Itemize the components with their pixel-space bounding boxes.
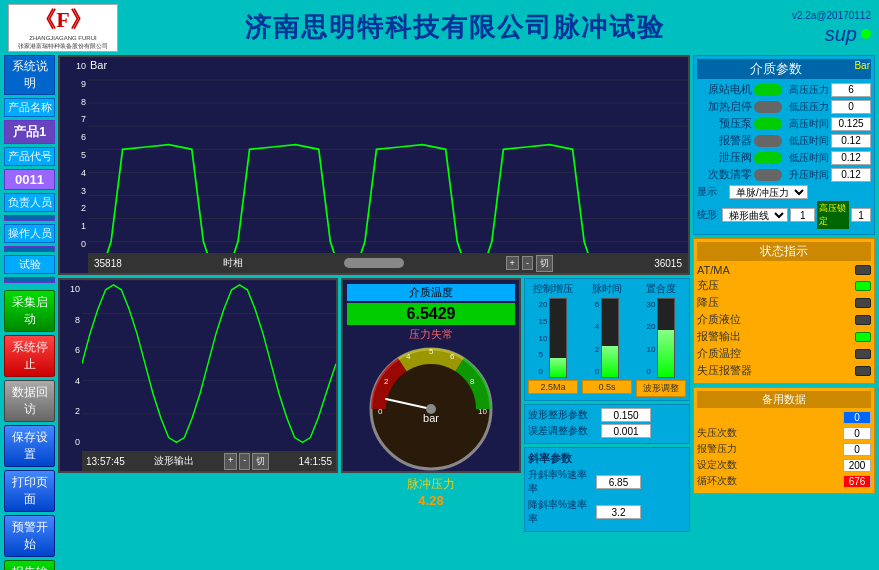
- ctrl-btn-2[interactable]: 0.5s: [582, 380, 632, 394]
- sup-label: sup: [825, 23, 857, 46]
- zoom-out-btn[interactable]: -: [522, 256, 533, 270]
- status-title: 状态指示: [697, 242, 871, 261]
- bottom-x-label: 波形输出: [154, 454, 194, 468]
- pdf-button[interactable]: 报告输出PDF: [4, 560, 55, 570]
- param-label-6: 次数清零: [697, 167, 752, 182]
- status-led-atma: [855, 265, 871, 275]
- test-label: 试验: [4, 255, 55, 274]
- control-panel: 控制增压 20 15 10 5 0: [524, 278, 690, 401]
- mode-row: 显示 单脉/冲压力: [697, 185, 871, 199]
- param-input-3[interactable]: [831, 117, 871, 131]
- toggle-6[interactable]: [754, 169, 782, 181]
- pulse-pressure-label: 脉冲压力: [407, 476, 455, 493]
- curve-select[interactable]: 梯形曲线: [722, 208, 788, 222]
- bottom-view[interactable]: 切: [252, 453, 269, 470]
- chart-toolbar: + - 切: [506, 255, 553, 272]
- x-end-label: 36015: [654, 258, 682, 269]
- top-chart-y-axis: 10 9 8 7 6 5 4 3 2 1 0: [60, 57, 88, 253]
- svg-text:0: 0: [378, 407, 383, 416]
- x-axis-label: 时相: [223, 256, 243, 270]
- status-row-pressure-alarm: 失压报警器: [697, 363, 871, 378]
- ctrl-btn-3[interactable]: 波形调整: [636, 380, 686, 397]
- right-data-label-1: 失压次数: [697, 426, 841, 440]
- slope-input-2[interactable]: [596, 505, 641, 519]
- right-data-label-3: 设定次数: [697, 458, 841, 472]
- bar-scale-1: 20 15 10 5 0: [539, 298, 548, 378]
- right-data-row-4: 循环次数 676: [697, 474, 871, 488]
- svg-text:10: 10: [478, 407, 487, 416]
- param-sub-3: 高压时间: [784, 117, 829, 131]
- operator-label: 操作人员: [4, 224, 55, 243]
- curve-row: 统形 梯形曲线 高压锁定: [697, 201, 871, 229]
- ctrl-btn-1[interactable]: 2.5Ma: [528, 380, 578, 394]
- control-col-1: 控制增压 20 15 10 5 0: [528, 282, 578, 397]
- toggle-3[interactable]: [754, 118, 782, 130]
- view-btn[interactable]: 切: [536, 255, 553, 272]
- mode-select[interactable]: 单脉/冲压力: [729, 185, 808, 199]
- param-sub-2: 低压压力: [784, 100, 829, 114]
- param-row-4: 报警器 低压时间: [697, 133, 871, 148]
- save-button[interactable]: 保存设置: [4, 425, 55, 467]
- zoom-in-btn[interactable]: +: [506, 256, 519, 270]
- gauge-svg: bar 0 2 4 5 6 8 10: [366, 344, 496, 474]
- bottom-zoom-out[interactable]: -: [239, 453, 250, 470]
- gauge-area: 介质温度 6.5429 压力失常: [341, 278, 521, 473]
- stop-button[interactable]: 系统停止: [4, 335, 55, 377]
- param-input-6[interactable]: [831, 168, 871, 182]
- svg-text:8: 8: [470, 377, 475, 386]
- wave-param-input-2[interactable]: [601, 424, 651, 438]
- bottom-zoom-in[interactable]: +: [224, 453, 237, 470]
- toggle-4[interactable]: [754, 135, 782, 147]
- svg-text:4: 4: [406, 352, 411, 361]
- param-input-1[interactable]: [831, 83, 871, 97]
- right-panel: 介质参数 Bar 原站电机 高压压力 加热启停 低压压力 预压泵 高压时: [693, 55, 875, 566]
- bottom-chart-bottom-bar: 13:57:45 波形输出 + - 切 14:1:55: [82, 451, 336, 471]
- pulse-pressure-value: 4.28: [418, 493, 443, 508]
- lock-input[interactable]: [851, 208, 871, 222]
- toggle-5[interactable]: [754, 152, 782, 164]
- curve-prefix: 统形: [697, 208, 720, 222]
- status-label-atma: AT/MA: [697, 264, 851, 276]
- toggle-2[interactable]: [754, 101, 782, 113]
- param-sub-1: 高压压力: [784, 83, 829, 97]
- status-row-temp-ctrl: 介质温控: [697, 346, 871, 361]
- param-input-5[interactable]: [831, 151, 871, 165]
- button-group: 采集启动 系统停止 数据回访 保存设置 打印页面 预警开始 报告输出PDF: [4, 290, 55, 570]
- ctrl-bar-fill-2: [602, 346, 618, 377]
- bottom-chart-toolbar: + - 切: [224, 453, 269, 470]
- page-title: 济南思明特科技有限公司脉冲试验: [118, 10, 792, 45]
- slope-row-1: 升斜率%速率率: [528, 468, 686, 496]
- right-data-row-0: 0: [697, 411, 871, 424]
- status-label-alarm-out: 报警输出: [697, 329, 851, 344]
- warn-button[interactable]: 预警开始: [4, 515, 55, 557]
- wave-param-input-1[interactable]: [601, 408, 651, 422]
- status-label-pressure-alarm: 失压报警器: [697, 363, 851, 378]
- chart-scroll[interactable]: [344, 258, 404, 268]
- right-data-row-3: 设定次数 200: [697, 458, 871, 472]
- status-label-depressure: 降压: [697, 295, 851, 310]
- ctrl-bar-row-2: 6 4 2 0: [595, 298, 619, 378]
- toggle-1[interactable]: [754, 84, 782, 96]
- ctrl-bar-fill-1: [550, 358, 566, 378]
- param-sub-6: 升压时间: [784, 168, 829, 182]
- print-button[interactable]: 打印页面: [4, 470, 55, 512]
- ctrl-bar-fill-3: [658, 330, 674, 377]
- curve-input[interactable]: [790, 208, 815, 222]
- status-led-depressure: [855, 298, 871, 308]
- ctrl-label-2: 脉时间: [592, 282, 622, 296]
- status-label-level: 介质液位: [697, 312, 851, 327]
- param-input-4[interactable]: [831, 134, 871, 148]
- param-input-2[interactable]: [831, 100, 871, 114]
- product-code-label: 产品代号: [4, 147, 55, 166]
- review-button[interactable]: 数据回访: [4, 380, 55, 422]
- slope-title: 斜率参数: [528, 451, 686, 466]
- slope-label-1: 升斜率%速率率: [528, 468, 593, 496]
- status-row-alarm-out: 报警输出: [697, 329, 871, 344]
- slope-input-1[interactable]: [596, 475, 641, 489]
- bottom-left-chart: 10 8 6 4 2 0 13:: [58, 278, 338, 473]
- right-data-row-2: 报警压力 0: [697, 442, 871, 456]
- wave-param-label-2: 误差调整参数: [528, 424, 598, 438]
- start-button[interactable]: 采集启动: [4, 290, 55, 332]
- param-row-5: 泄压阀 低压时间: [697, 150, 871, 165]
- bottom-chart-y-axis: 10 8 6 4 2 0: [60, 280, 82, 451]
